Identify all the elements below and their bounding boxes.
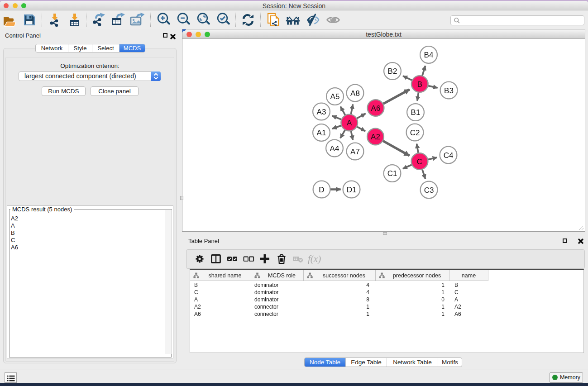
svg-text:C1: C1 [387,169,397,178]
svg-text:B: B [417,80,422,89]
svg-text:D1: D1 [347,186,357,194]
svg-text:A5: A5 [330,92,340,101]
svg-text:C2: C2 [410,129,420,137]
svg-text:A2: A2 [371,133,380,141]
svg-text:B1: B1 [411,108,421,117]
svg-text:A7: A7 [350,148,360,156]
svg-text:B4: B4 [424,51,434,59]
svg-text:A3: A3 [317,108,326,116]
svg-text:D: D [319,186,324,194]
svg-text:B2: B2 [388,67,397,76]
svg-text:A8: A8 [350,89,360,98]
svg-text:A: A [347,119,352,127]
svg-text:C4: C4 [444,151,454,160]
svg-text:A1: A1 [317,129,326,137]
svg-text:A6: A6 [371,104,381,113]
svg-text:B3: B3 [444,86,454,95]
svg-text:C3: C3 [424,186,434,195]
svg-text:A4: A4 [330,144,339,153]
svg-text:C: C [417,157,422,166]
